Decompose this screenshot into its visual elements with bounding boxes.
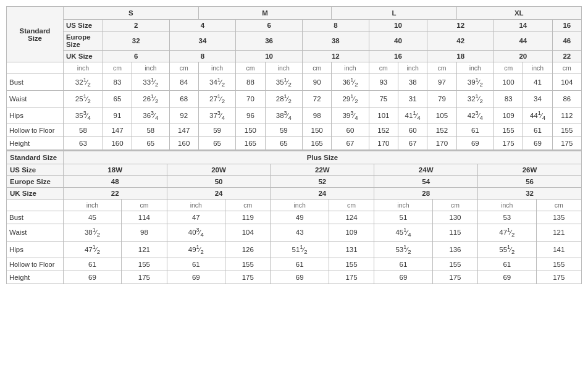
- plus-hf-24w-inch: 61: [374, 258, 432, 271]
- us-12: 12: [427, 20, 494, 32]
- uk-6: 6: [103, 51, 169, 62]
- plus-bust-label: Bust: [7, 211, 64, 224]
- plus-unit-inch-3: inch: [271, 200, 329, 211]
- waist-8-cm: 72: [302, 91, 331, 107]
- ht-14-inch: 69: [456, 137, 494, 150]
- waist-8-inch: 281⁄2: [265, 91, 302, 107]
- plus-us-24w: 24W: [374, 164, 478, 176]
- plus-us-18w: 18W: [63, 164, 167, 176]
- hf-12-inch: 60: [398, 124, 427, 137]
- uk-22: 22: [552, 51, 581, 62]
- plus-bust-22w-inch: 49: [271, 211, 329, 224]
- xl-header: XL: [456, 7, 581, 20]
- plus-hips-22w-cm: 131: [329, 241, 374, 258]
- bust-2-cm: 83: [103, 74, 132, 91]
- us-16: 16: [552, 20, 581, 32]
- plus-unit-inch-1: inch: [63, 200, 121, 211]
- plus-waist-26w-cm: 121: [536, 224, 582, 241]
- hips-2-cm: 91: [103, 107, 132, 124]
- waist-4-cm: 68: [169, 91, 198, 107]
- plus-eu-label: Europe Size: [7, 176, 64, 188]
- plus-eu-row: Europe Size 48 50 52 54 56: [7, 176, 582, 188]
- hips-4-inch: 363⁄4: [132, 107, 169, 124]
- ht-8-inch: 65: [265, 137, 302, 150]
- us-6: 6: [236, 20, 303, 32]
- plus-waist-24w-inch: 451⁄4: [374, 224, 432, 241]
- s-header: S: [63, 7, 198, 20]
- plus-uk-22: 22: [63, 188, 167, 200]
- m-header: M: [198, 7, 331, 20]
- plus-section-header: Standard Size Plus Size: [7, 151, 582, 164]
- plus-uk-24b: 24: [271, 188, 374, 200]
- plus-eu-50: 50: [167, 176, 271, 188]
- hf-8-inch: 59: [265, 124, 302, 137]
- ht-2-cm: 160: [103, 137, 132, 150]
- plus-ht-26w-inch: 69: [478, 271, 536, 284]
- unit-inch-5: inch: [332, 62, 369, 74]
- hips-10-cm: 101: [369, 107, 398, 124]
- plus-eu-48: 48: [63, 176, 167, 188]
- waist-14-cm: 83: [494, 91, 523, 107]
- bust-6-inch: 341⁄2: [198, 74, 235, 91]
- unit-cm-7: cm: [494, 62, 523, 74]
- plus-bust-18w-cm: 114: [122, 211, 167, 224]
- unit-inch-6: inch: [398, 62, 427, 74]
- hips-4-cm: 92: [169, 107, 198, 124]
- uk-18: 18: [427, 51, 494, 62]
- plus-ht-18w-cm: 175: [122, 271, 167, 284]
- plus-waist-18w-cm: 98: [122, 224, 167, 241]
- waist-2-inch: 251⁄2: [63, 91, 103, 107]
- us-14: 14: [494, 20, 553, 32]
- plus-bust-18w-inch: 45: [63, 211, 121, 224]
- unit-row-std: inch cm inch cm inch cm inch cm inch cm …: [7, 62, 582, 74]
- bust-4-inch: 331⁄2: [132, 74, 169, 91]
- unit-inch-2: inch: [132, 62, 169, 74]
- ht-4-cm: 160: [169, 137, 198, 150]
- std-row-1: StandardSize S M L XL: [7, 7, 582, 20]
- unit-inch-1: inch: [63, 62, 103, 74]
- hf-16-cm: 155: [552, 124, 581, 137]
- plus-height-label: Height: [7, 271, 64, 284]
- us-4: 4: [169, 20, 236, 32]
- unit-cm-5: cm: [369, 62, 398, 74]
- plus-us-26w: 26W: [478, 164, 582, 176]
- plus-hf-18w-inch: 61: [63, 258, 121, 271]
- plus-ht-24w-inch: 69: [374, 271, 432, 284]
- eu-size-label: Europe Size: [63, 32, 103, 51]
- hips-12-cm: 105: [427, 107, 456, 124]
- plus-waist-20w-inch: 403⁄4: [167, 224, 225, 241]
- ht-10-cm: 170: [369, 137, 398, 150]
- plus-unit-cm-2: cm: [225, 200, 271, 211]
- std-row-uk: UK Size 6 8 10 12 16 18 20 22: [7, 51, 582, 62]
- waist-14-inch: 321⁄2: [456, 91, 494, 107]
- plus-unit-inch-4: inch: [374, 200, 432, 211]
- uk-20: 20: [494, 51, 553, 62]
- unit-cm-3: cm: [236, 62, 265, 74]
- plus-waist-18w-inch: 381⁄2: [63, 224, 121, 241]
- bust-8-cm: 90: [302, 74, 331, 91]
- unit-inch-4: inch: [265, 62, 302, 74]
- plus-uk-row: UK Size 22 24 24 28 32: [7, 188, 582, 200]
- plus-hips-20w-inch: 491⁄2: [167, 241, 225, 258]
- plus-eu-54: 54: [374, 176, 478, 188]
- plus-us-22w: 22W: [271, 164, 374, 176]
- uk-size-label: UK Size: [63, 51, 103, 62]
- hips-12-inch: 411⁄4: [398, 107, 427, 124]
- plus-eu-52: 52: [271, 176, 374, 188]
- ht-16-inch: 69: [523, 137, 552, 150]
- plus-height-row: Height 69 175 69 175 69 175 69 175 69 17…: [7, 271, 582, 284]
- standard-size-title: StandardSize: [7, 7, 64, 62]
- plus-bust-24w-cm: 130: [432, 211, 477, 224]
- ht-10-inch: 67: [332, 137, 369, 150]
- hf-2-cm: 147: [103, 124, 132, 137]
- plus-hips-row: Hips 471⁄2 121 491⁄2 126 511⁄2 131 531⁄2…: [7, 241, 582, 258]
- plus-ht-26w-cm: 175: [536, 271, 582, 284]
- bust-4-cm: 84: [169, 74, 198, 91]
- bust-12-cm: 97: [427, 74, 456, 91]
- waist-6-cm: 70: [236, 91, 265, 107]
- plus-waist-label: Waist: [7, 224, 64, 241]
- hips-8-cm: 98: [302, 107, 331, 124]
- waist-12-inch: 31: [398, 91, 427, 107]
- plus-hips-24w-inch: 531⁄2: [374, 241, 432, 258]
- hf-6-inch: 59: [198, 124, 235, 137]
